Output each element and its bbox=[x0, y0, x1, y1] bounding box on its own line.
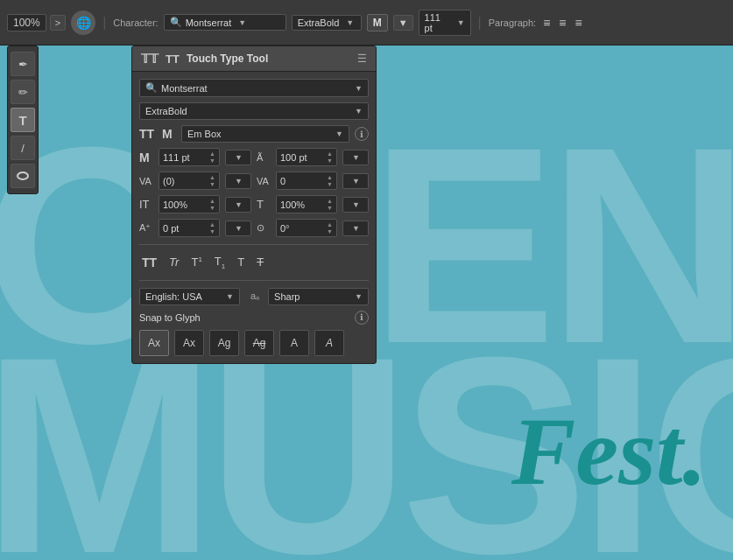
vert-scale-unit-select[interactable]: ▼ bbox=[225, 197, 251, 213]
kern-input[interactable]: (0) ▲ ▼ bbox=[159, 172, 220, 190]
font-size-value: 111 pt bbox=[425, 12, 450, 33]
kern-adj-down[interactable]: ▼ bbox=[327, 181, 333, 187]
character-label: Character: bbox=[113, 18, 158, 28]
baseline-input[interactable]: 0 pt ▲ ▼ bbox=[159, 219, 220, 237]
touch-type-icon: 𝕋𝕋 bbox=[141, 52, 159, 66]
tracking-up[interactable]: ▲ bbox=[327, 150, 333, 157]
glyph-btn-3[interactable]: Ag bbox=[209, 330, 239, 356]
tracking-unit-select[interactable]: ▼ bbox=[342, 150, 369, 165]
size-unit-select[interactable]: ▼ bbox=[225, 150, 251, 165]
size-input[interactable]: 111 pt ▲ ▼ bbox=[159, 148, 220, 166]
rotate-down[interactable]: ▼ bbox=[327, 228, 333, 234]
tool-type-btn[interactable]: T bbox=[11, 108, 35, 132]
rotate-input[interactable]: 0° ▲ ▼ bbox=[276, 219, 337, 237]
panel-body: 🔍 Montserrat ▼ ExtraBold ▼ TT M Em Box ▼… bbox=[132, 72, 376, 363]
style-allcaps-btn[interactable]: T bbox=[235, 255, 247, 270]
size-down[interactable]: ▼ bbox=[209, 158, 215, 164]
size-up[interactable]: ▲ bbox=[209, 150, 215, 157]
tool-pen-btn[interactable]: ✒ bbox=[11, 52, 35, 76]
horiz-scale-down[interactable]: ▼ bbox=[327, 205, 333, 211]
zoom-value[interactable]: 100% bbox=[7, 14, 46, 32]
panel-menu-btn[interactable]: ☰ bbox=[357, 52, 367, 65]
character-panel: 𝕋𝕋 TT Touch Type Tool ☰ 🔍 Montserrat ▼ E… bbox=[131, 46, 377, 364]
kern-adj-spinners: ▲ ▼ bbox=[327, 174, 333, 187]
tool-ellipse-btn[interactable] bbox=[11, 164, 35, 188]
align-center-btn[interactable]: ≡ bbox=[557, 14, 567, 32]
font-family-select[interactable]: 🔍 Montserrat ▼ bbox=[164, 14, 286, 31]
em-box-info[interactable]: ℹ bbox=[355, 127, 369, 141]
horiz-scale-unit-select[interactable]: ▼ bbox=[342, 197, 369, 213]
style-bold-btn[interactable]: TT bbox=[139, 255, 159, 270]
baseline-icon: A⁺ bbox=[139, 222, 153, 234]
font-name-value: Montserrat bbox=[186, 18, 232, 28]
kern-adj-arrow: ▼ bbox=[352, 177, 360, 186]
type-icon: T bbox=[18, 113, 26, 128]
scale-row: IT 100% ▲ ▼ ▼ T 100% ▲ ▼ ▼ bbox=[139, 195, 369, 214]
style-superscript-btn[interactable]: T1 bbox=[188, 255, 204, 270]
vert-scale-value: 100% bbox=[163, 200, 208, 210]
vert-scale-input[interactable]: 100% ▲ ▼ bbox=[159, 195, 220, 214]
align-left-btn[interactable]: ≡ bbox=[541, 14, 552, 32]
font-weight-row: ExtraBold ▼ bbox=[139, 102, 369, 120]
rotate-unit-select[interactable]: ▼ bbox=[342, 220, 369, 236]
aa-value: Sharp bbox=[274, 291, 351, 302]
panel-weight-select[interactable]: ExtraBold ▼ bbox=[139, 102, 369, 120]
panel-divider-2 bbox=[139, 280, 369, 281]
glyph-icon-5: A bbox=[291, 337, 298, 349]
size-value: 111 pt bbox=[163, 152, 208, 163]
panel-title: Touch Type Tool bbox=[187, 52, 268, 65]
glyph-btn-2[interactable]: Ax bbox=[174, 330, 204, 356]
kern-adj-up[interactable]: ▲ bbox=[327, 174, 333, 180]
vert-scale-up[interactable]: ▲ bbox=[209, 198, 215, 204]
font-size-select[interactable]: 111 pt ▼ bbox=[419, 10, 471, 36]
zoom-arrow-btn[interactable]: > bbox=[50, 15, 66, 31]
globe-icon[interactable]: 🌐 bbox=[71, 10, 95, 35]
baseline-down[interactable]: ▼ bbox=[209, 228, 215, 234]
rotate-up[interactable]: ▲ bbox=[327, 221, 333, 228]
rotate-value: 0° bbox=[280, 223, 325, 234]
glyph-btn-4[interactable]: Ag bbox=[244, 330, 274, 356]
kern-adj-input[interactable]: 0 ▲ ▼ bbox=[276, 172, 337, 190]
style-subscript-btn[interactable]: T1 bbox=[212, 254, 228, 271]
m-icon[interactable]: M bbox=[367, 14, 388, 32]
baseline-up[interactable]: ▲ bbox=[209, 221, 215, 228]
line-icon: / bbox=[21, 142, 25, 155]
baseline-rotate-row: A⁺ 0 pt ▲ ▼ ▼ ⊙ 0° ▲ ▼ ▼ bbox=[139, 219, 369, 237]
vert-scale-arrow: ▼ bbox=[235, 200, 243, 209]
style-italic-btn[interactable]: Tr bbox=[166, 255, 181, 270]
anti-alias-select[interactable]: Sharp ▼ bbox=[268, 288, 369, 305]
horiz-scale-icon: T bbox=[257, 198, 271, 211]
panel-font-name: Montserrat bbox=[161, 83, 351, 94]
horiz-scale-input[interactable]: 100% ▲ ▼ bbox=[276, 195, 337, 214]
em-box-select[interactable]: Em Box ▼ bbox=[181, 125, 349, 143]
kern-up[interactable]: ▲ bbox=[209, 174, 215, 180]
vert-scale-down[interactable]: ▼ bbox=[209, 205, 215, 211]
panel-font-select[interactable]: 🔍 Montserrat ▼ bbox=[139, 79, 369, 97]
tool-brush-btn[interactable]: ✏ bbox=[11, 80, 35, 104]
tracking-down[interactable]: ▼ bbox=[327, 158, 333, 164]
style-strikethrough-btn[interactable]: T bbox=[254, 255, 266, 270]
horiz-scale-up[interactable]: ▲ bbox=[327, 198, 333, 204]
baseline-unit-select[interactable]: ▼ bbox=[225, 220, 251, 236]
glyph-btn-5[interactable]: A bbox=[279, 330, 309, 356]
kern-icon: VA bbox=[139, 176, 153, 186]
panel-header: 𝕋𝕋 TT Touch Type Tool ☰ bbox=[132, 46, 376, 72]
kern-adj-unit-select[interactable]: ▼ bbox=[342, 173, 369, 189]
tracking-input[interactable]: 100 pt ▲ ▼ bbox=[276, 148, 337, 166]
kern-down[interactable]: ▼ bbox=[209, 181, 215, 187]
em-box-value: Em Box bbox=[187, 129, 332, 139]
m-dropdown-btn[interactable]: ▼ bbox=[393, 15, 413, 31]
align-right-btn[interactable]: ≡ bbox=[573, 14, 583, 32]
aa-arrow: ▼ bbox=[355, 292, 363, 301]
panel-font-weight: ExtraBold bbox=[145, 106, 351, 116]
snap-glyph-info[interactable]: ℹ bbox=[355, 311, 369, 325]
language-select[interactable]: English: USA ▼ bbox=[139, 288, 240, 305]
tool-line-btn[interactable]: / bbox=[11, 136, 35, 160]
font-select-arrow: ▼ bbox=[238, 18, 246, 27]
font-weight-select[interactable]: ExtraBold ▼ bbox=[292, 15, 362, 31]
glyph-btn-6[interactable]: A bbox=[314, 330, 344, 356]
baseline-value: 0 pt bbox=[163, 223, 208, 234]
kern-method-select[interactable]: ▼ bbox=[225, 173, 251, 189]
glyph-btn-1[interactable]: Ax bbox=[139, 330, 169, 356]
kern-adj-value: 0 bbox=[280, 176, 325, 186]
